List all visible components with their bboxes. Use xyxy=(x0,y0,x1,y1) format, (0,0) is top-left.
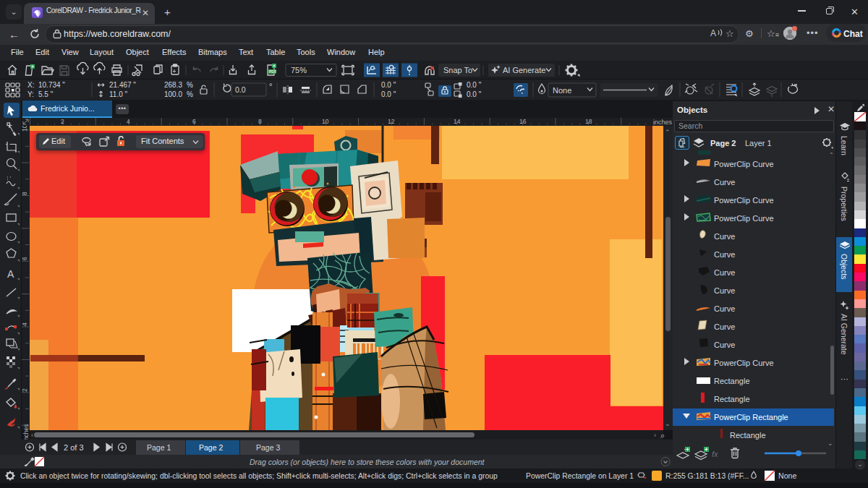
svg-text:inches: inches xyxy=(653,119,673,126)
svg-text:10: 10 xyxy=(22,126,28,132)
svg-text:PDF: PDF xyxy=(269,69,276,74)
svg-text:%: % xyxy=(187,81,193,89)
svg-text:0.0 ": 0.0 " xyxy=(381,81,396,89)
svg-text:Rectangle: Rectangle xyxy=(714,395,750,403)
svg-text:268.3: 268.3 xyxy=(164,81,182,89)
svg-text:2: 2 xyxy=(61,118,64,125)
svg-text:PowerClip Curve: PowerClip Curve xyxy=(714,359,774,367)
svg-text:Page 2: Page 2 xyxy=(199,443,223,452)
svg-text:Y:: Y: xyxy=(27,90,34,98)
svg-text:°: ° xyxy=(269,82,272,90)
svg-text:Curve: Curve xyxy=(714,268,735,277)
svg-text:Rectangle: Rectangle xyxy=(714,377,750,385)
svg-text:Curve: Curve xyxy=(714,286,735,295)
svg-text:0.0 ": 0.0 " xyxy=(381,90,396,98)
svg-text:Page 3: Page 3 xyxy=(256,443,280,452)
svg-text:%: % xyxy=(187,90,193,98)
svg-text:11.0 ": 11.0 " xyxy=(109,90,127,98)
svg-text:Curve: Curve xyxy=(714,304,735,313)
svg-text:21.467 ": 21.467 " xyxy=(109,81,136,89)
svg-text:2: 2 xyxy=(22,388,28,392)
svg-text:16: 16 xyxy=(519,118,527,125)
svg-text:Page 1: Page 1 xyxy=(147,443,171,452)
svg-text:fx: fx xyxy=(712,450,718,458)
svg-text:Curve: Curve xyxy=(714,178,735,187)
svg-text:8: 8 xyxy=(258,118,262,125)
svg-text:Drag colors (or objects) here: Drag colors (or objects) here to store t… xyxy=(250,458,485,466)
svg-text:10.734 ": 10.734 " xyxy=(38,81,65,89)
svg-text:10: 10 xyxy=(322,118,329,125)
svg-text:0.0: 0.0 xyxy=(235,85,246,94)
svg-text:Curve: Curve xyxy=(714,232,735,241)
svg-text:4: 4 xyxy=(127,118,130,125)
svg-text:Curve: Curve xyxy=(714,322,735,331)
svg-text:4: 4 xyxy=(22,322,28,326)
svg-text:5.5 ": 5.5 " xyxy=(38,90,54,98)
svg-text:Snap To: Snap To xyxy=(443,66,472,74)
svg-text:Curve: Curve xyxy=(714,341,735,349)
svg-text:R:255 G:181 B:13 (#FF...: R:255 G:181 B:13 (#FF... xyxy=(665,472,749,480)
svg-text:None: None xyxy=(553,86,571,95)
svg-text:8: 8 xyxy=(22,192,28,195)
svg-text:A: A xyxy=(7,268,14,280)
svg-text:PowerClip Curve: PowerClip Curve xyxy=(714,160,774,168)
svg-text:Rectangle: Rectangle xyxy=(730,431,766,440)
svg-text:PowerClip Rectangle: PowerClip Rectangle xyxy=(714,413,788,421)
svg-text:14: 14 xyxy=(454,118,461,125)
svg-text:PowerClip Curve: PowerClip Curve xyxy=(714,214,774,223)
svg-text:Click an object twice for rota: Click an object twice for rotating/skewi… xyxy=(20,472,498,480)
svg-text:6: 6 xyxy=(22,257,28,260)
svg-text:AI Generate: AI Generate xyxy=(503,66,545,74)
svg-text:75%: 75% xyxy=(291,66,307,74)
svg-text:0.0 ": 0.0 " xyxy=(467,81,482,89)
svg-text:100.0: 100.0 xyxy=(164,90,182,98)
svg-text:None: None xyxy=(778,471,796,480)
svg-text:18: 18 xyxy=(585,118,592,125)
svg-text:PowerClip Curve: PowerClip Curve xyxy=(714,196,774,205)
svg-text:X:: X: xyxy=(27,81,34,89)
svg-text:0.0 ": 0.0 " xyxy=(467,90,482,98)
svg-text:Curve: Curve xyxy=(714,250,735,259)
svg-text:PowerClip Rectangle on Layer 1: PowerClip Rectangle on Layer 1 xyxy=(526,472,634,480)
svg-text:12: 12 xyxy=(388,118,395,125)
svg-text:2 of 3: 2 of 3 xyxy=(64,443,84,452)
svg-text:6: 6 xyxy=(192,118,196,125)
